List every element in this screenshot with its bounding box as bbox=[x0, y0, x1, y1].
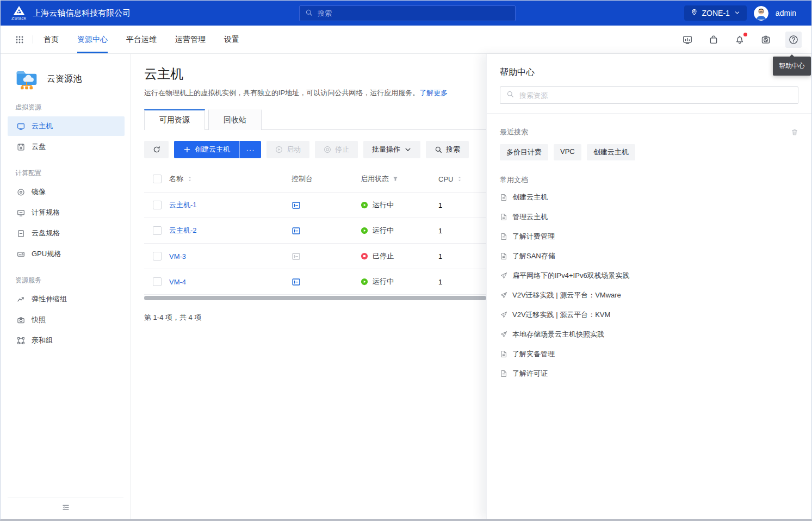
sidebar-item-volume-offering[interactable]: 云盘规格 bbox=[8, 224, 125, 243]
screen-button[interactable] bbox=[681, 33, 694, 46]
vm-name-link[interactable]: 云主机-1 bbox=[169, 200, 197, 210]
doc-item[interactable]: 了解SAN存储 bbox=[500, 246, 798, 266]
button-label: 停止 bbox=[335, 145, 349, 154]
nav-item-settings[interactable]: 设置 bbox=[224, 26, 239, 53]
zstack-logo[interactable]: ZStack bbox=[11, 5, 26, 21]
status-text: 已停止 bbox=[373, 251, 394, 261]
help-button[interactable] bbox=[785, 32, 802, 48]
nav-item-resource-center[interactable]: 资源中心 bbox=[77, 26, 108, 53]
doc-item[interactable]: V2V迁移实践 | 源云平台：KVM bbox=[500, 305, 798, 325]
nav-bar: 首页资源中心平台运维运营管理设置 bbox=[1, 26, 811, 54]
select-all-checkbox[interactable] bbox=[153, 175, 162, 183]
create-button-group: 创建云主机 ··· bbox=[174, 141, 261, 158]
sidebar-item-label: 亲和组 bbox=[32, 336, 53, 345]
screen-icon bbox=[683, 35, 692, 45]
stop-button[interactable]: 停止 bbox=[315, 141, 358, 158]
avatar[interactable] bbox=[754, 6, 768, 21]
sort-icon[interactable] bbox=[456, 176, 463, 182]
column-header[interactable]: CPU bbox=[438, 175, 453, 183]
vm-name-link[interactable]: VM-4 bbox=[169, 278, 186, 286]
sidebar-section-label: 虚拟资源 bbox=[1, 103, 131, 112]
batch-operations-button[interactable]: 批量操作 bbox=[363, 141, 420, 158]
doc-item[interactable]: 扁平网络下的IPv4+IPv6双栈场景实践 bbox=[500, 266, 798, 286]
doc-item[interactable]: 了解许可证 bbox=[500, 364, 798, 383]
create-vm-button[interactable]: 创建云主机 bbox=[174, 141, 239, 158]
cpu-value: 1 bbox=[438, 201, 486, 209]
console-icon[interactable] bbox=[292, 277, 301, 287]
sidebar-item-autoscaling-group[interactable]: 弹性伸缩组 bbox=[8, 289, 125, 309]
row-checkbox[interactable] bbox=[153, 226, 162, 235]
docs-list: 创建云主机管理云主机了解计费管理了解SAN存储扁平网络下的IPv4+IPv6双栈… bbox=[500, 188, 798, 383]
common-docs-label: 常用文档 bbox=[500, 175, 798, 185]
sidebar-item-image[interactable]: 镜像 bbox=[8, 182, 125, 202]
global-search[interactable] bbox=[299, 5, 516, 21]
doc-item[interactable]: 管理云主机 bbox=[500, 207, 798, 227]
table-row: VM-3已停止1 bbox=[144, 244, 486, 269]
console-icon[interactable] bbox=[292, 252, 301, 261]
nav-item-operations-mgmt[interactable]: 运营管理 bbox=[175, 26, 206, 53]
description-text: 运行在物理机上的虚拟机实例，具有独立的IP地址，可以访问公共网络，运行应用服务。 bbox=[144, 89, 419, 97]
sidebar-item-volume[interactable]: 云盘 bbox=[8, 137, 125, 157]
doc-item-label: V2V迁移实践 | 源云平台：KVM bbox=[512, 310, 610, 320]
doc-item[interactable]: 创建云主机 bbox=[500, 188, 798, 207]
zone-label: ZONE-1 bbox=[702, 9, 730, 17]
nav-item-home[interactable]: 首页 bbox=[44, 26, 59, 53]
more-actions-button[interactable]: ··· bbox=[239, 141, 261, 158]
recent-search-chip[interactable]: VPC bbox=[554, 144, 581, 160]
document-icon bbox=[500, 252, 507, 260]
apps-grid-icon[interactable] bbox=[15, 35, 24, 44]
sort-icon[interactable] bbox=[187, 176, 193, 182]
sidebar-item-instance-offering[interactable]: 计算规格 bbox=[8, 203, 125, 222]
tab-recycle-bin[interactable]: 回收站 bbox=[208, 109, 262, 130]
sidebar-item-snapshot[interactable]: 快照 bbox=[8, 310, 125, 330]
doc-item[interactable]: 了解计费管理 bbox=[500, 227, 798, 246]
refresh-button[interactable] bbox=[144, 141, 169, 158]
help-search-input[interactable] bbox=[518, 91, 792, 100]
ioffer-icon bbox=[17, 209, 25, 217]
global-search-input[interactable] bbox=[317, 9, 510, 18]
notifications-button[interactable] bbox=[733, 33, 746, 46]
doc-item[interactable]: 了解灾备管理 bbox=[500, 344, 798, 364]
learn-more-link[interactable]: 了解更多 bbox=[419, 89, 448, 97]
username[interactable]: admin bbox=[776, 9, 796, 17]
gpu-icon bbox=[17, 250, 25, 258]
console-icon[interactable] bbox=[292, 201, 301, 210]
status-stopped-icon bbox=[361, 252, 368, 260]
toolbox-button[interactable] bbox=[707, 33, 720, 46]
sidebar-item-vm-instance[interactable]: 云主机 bbox=[8, 116, 125, 136]
tab-available[interactable]: 可用资源 bbox=[144, 109, 205, 130]
sidebar-item-gpu-offering[interactable]: GPU规格 bbox=[8, 244, 125, 264]
divider bbox=[33, 35, 33, 44]
help-search[interactable] bbox=[500, 86, 798, 104]
doc-item-label: 了解SAN存储 bbox=[512, 251, 555, 261]
refresh-icon bbox=[153, 146, 160, 153]
audit-button[interactable] bbox=[759, 33, 772, 46]
recent-search-chip[interactable]: 多价目计费 bbox=[500, 144, 548, 160]
column-header[interactable]: 启用状态 bbox=[361, 174, 389, 184]
sidebar-item-label: 镜像 bbox=[32, 187, 46, 197]
search-icon bbox=[305, 9, 313, 18]
column-header[interactable]: 名称 bbox=[169, 174, 183, 184]
clear-history-trash-icon[interactable] bbox=[791, 128, 798, 136]
recent-search-chip[interactable]: 创建云主机 bbox=[587, 144, 635, 160]
search-button[interactable]: 搜索 bbox=[426, 141, 469, 158]
nav-item-platform-ops[interactable]: 平台运维 bbox=[126, 26, 157, 53]
scrollbar-thumb[interactable] bbox=[144, 296, 486, 300]
vm-name-link[interactable]: 云主机-2 bbox=[169, 226, 197, 235]
start-button[interactable]: 启动 bbox=[266, 141, 309, 158]
console-icon[interactable] bbox=[292, 226, 301, 235]
zone-selector[interactable]: ZONE-1 bbox=[684, 5, 747, 21]
doc-item[interactable]: 本地存储场景云主机快照实践 bbox=[500, 325, 798, 344]
sidebar-item-affinity-group[interactable]: 亲和组 bbox=[8, 331, 125, 350]
doc-item[interactable]: V2V迁移实践 | 源云平台：VMware bbox=[500, 286, 798, 305]
sidebar-item-label: 计算规格 bbox=[32, 208, 60, 218]
vm-name-link[interactable]: VM-3 bbox=[169, 252, 186, 260]
company-name: 上海云轴信息科技有限公司 bbox=[33, 8, 131, 18]
row-checkbox[interactable] bbox=[153, 201, 162, 209]
filter-icon[interactable] bbox=[392, 176, 399, 182]
row-checkbox[interactable] bbox=[153, 252, 162, 260]
collapse-sidebar-button[interactable] bbox=[1, 498, 131, 519]
cpu-value: 1 bbox=[438, 227, 486, 235]
image-icon bbox=[17, 188, 25, 196]
row-checkbox[interactable] bbox=[153, 277, 162, 286]
